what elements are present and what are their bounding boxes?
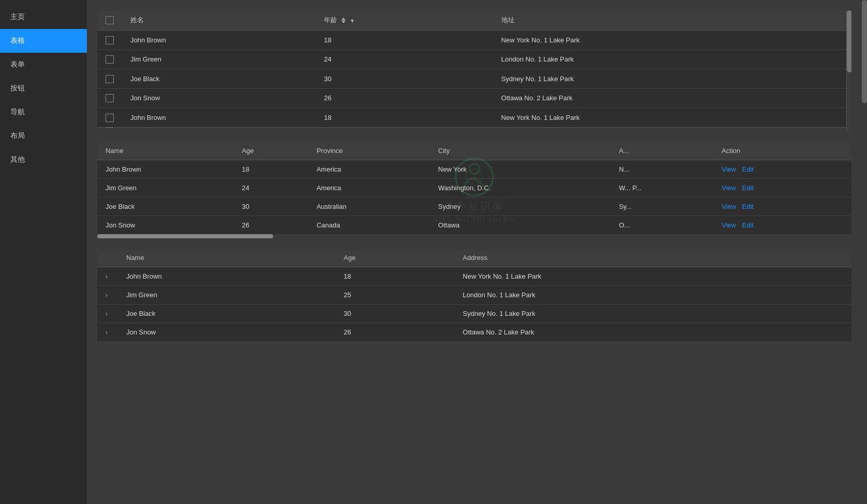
expand-icon[interactable]: › <box>106 310 108 317</box>
table1-cell-address: London No. 1 Lake Park <box>493 50 846 69</box>
table1-cell-address: Ottawa No. 2 Lake Park <box>493 88 846 108</box>
sidebar-item-button[interactable]: 按钮 <box>0 77 87 100</box>
table2-cell-address: Sy... <box>610 197 713 216</box>
table2-cell-city: Washington, D.C. <box>430 178 610 197</box>
table1-cell-address: Sydney No. 1 Lake Park <box>493 69 846 89</box>
table1-cell-age: 30 <box>316 69 493 89</box>
table3-cell-name: John Brown <box>118 267 335 285</box>
expand-icon[interactable]: › <box>106 329 108 336</box>
table2-hscroll-track[interactable] <box>97 234 851 238</box>
table1-content: 姓名 年龄 ▼ 地址 <box>97 10 846 131</box>
table3-cell-address: London No. 1 Lake Park <box>455 285 851 304</box>
table2-header-address: A... <box>610 142 713 160</box>
sidebar-item-table[interactable]: 表格 <box>0 29 87 53</box>
sort-up-icon <box>341 18 346 20</box>
table1-cell-age: 18 <box>316 108 493 127</box>
main-scrollbar-thumb[interactable] <box>862 0 867 103</box>
table1-outer: 姓名 年龄 ▼ 地址 <box>97 10 851 131</box>
table2-header-province: Province <box>308 142 430 160</box>
table1-scrollbar[interactable] <box>846 10 851 131</box>
select-all-checkbox[interactable] <box>106 16 114 24</box>
table1-scrollbar-thumb[interactable] <box>847 10 851 72</box>
age-filter-icon[interactable]: ▼ <box>349 18 355 24</box>
table2-header-action: Action <box>713 142 851 160</box>
table2-cell-action: View Edit <box>713 178 851 197</box>
row-checkbox[interactable] <box>106 114 114 122</box>
table-row: Jim Green 24 America Washington, D.C. W.… <box>97 178 851 197</box>
view-link[interactable]: View <box>722 221 736 229</box>
table2-cell-city: Ottawa <box>430 216 610 234</box>
table2-cell-province: Australian <box>308 197 430 216</box>
table2-cell-action: View Edit <box>713 216 851 234</box>
table3-cell-age: 18 <box>335 267 454 285</box>
table2-cell-name: John Brown <box>97 160 234 178</box>
sidebar-item-nav[interactable]: 导航 <box>0 100 87 124</box>
table2-cell-province: America <box>308 160 430 178</box>
table2-cell-name: Joe Black <box>97 197 234 216</box>
table3-cell-age: 30 <box>335 304 454 323</box>
table2-cell-address: N... <box>610 160 713 178</box>
table2-scroll[interactable]: Name Age Province City A... Action John … <box>97 142 851 234</box>
sidebar-item-form[interactable]: 表单 <box>0 53 87 77</box>
row-checkbox[interactable] <box>106 36 114 44</box>
table2-cell-action: View Edit <box>713 160 851 178</box>
table2-cell-province: America <box>308 178 430 197</box>
table1-header-checkbox <box>97 10 122 30</box>
table1-container: 姓名 年龄 ▼ 地址 <box>97 10 851 131</box>
edit-link[interactable]: Edit <box>742 221 754 229</box>
sidebar-item-layout[interactable]: 布局 <box>0 124 87 148</box>
view-link[interactable]: View <box>722 184 736 192</box>
table2-hscroll-thumb[interactable] <box>97 234 273 238</box>
table1: 姓名 年龄 ▼ 地址 <box>97 10 846 127</box>
table2-header-age: Age <box>234 142 308 160</box>
table-row: › Jon Snow 26 Ottawa No. 2 Lake Park <box>97 323 851 341</box>
age-sort-icon[interactable] <box>341 18 346 23</box>
table2-cell-city: Sydney <box>430 197 610 216</box>
sidebar: 主页 表格 表单 按钮 导航 布局 其他 <box>0 0 87 504</box>
table-row: Jon Snow 26 Ottawa No. 2 Lake Park <box>97 88 846 108</box>
table2-cell-province: Canada <box>308 216 430 234</box>
table3-cell-age: 25 <box>335 285 454 304</box>
table-row: Joe Black 30 Sydney No. 1 Lake Park <box>97 69 846 89</box>
table-row: Jim Green 24 London No. 1 Lake Park <box>97 50 846 69</box>
edit-link[interactable]: Edit <box>742 165 754 173</box>
table3-cell-address: New York No. 1 Lake Park <box>455 267 851 285</box>
table2-header-name: Name <box>97 142 234 160</box>
table3-cell-age: 26 <box>335 323 454 341</box>
table2-cell-city: New York <box>430 160 610 178</box>
minus-icon: — <box>106 123 113 130</box>
table-row: John Brown 18 America New York N... View… <box>97 160 851 178</box>
sidebar-item-other[interactable]: 其他 <box>0 148 87 172</box>
table3-cell-name: Joe Black <box>118 304 335 323</box>
table3-cell-name: Jim Green <box>118 285 335 304</box>
view-link[interactable]: View <box>722 165 736 173</box>
row-checkbox[interactable] <box>106 94 114 102</box>
table1-header-address: 地址 <box>493 10 846 30</box>
expand-icon[interactable]: › <box>106 292 108 299</box>
table3-cell-name: Jon Snow <box>118 323 335 341</box>
table-row: › Joe Black 30 Sydney No. 1 Lake Park <box>97 304 851 323</box>
table1-cell-age: 26 <box>316 88 493 108</box>
expand-icon[interactable]: › <box>106 273 108 280</box>
edit-link[interactable]: Edit <box>742 184 754 192</box>
sidebar-item-home[interactable]: 主页 <box>0 5 87 29</box>
table2-wrapper: 小牛知识库 XIAO NIU ZHI SHI KU Name Age Provi… <box>97 142 851 238</box>
main-scrollbar[interactable] <box>862 0 867 504</box>
table2-cell-age: 30 <box>234 197 308 216</box>
table-row: › John Brown 18 New York No. 1 Lake Park <box>97 267 851 285</box>
table1-cell-name: Joe Black <box>122 69 316 89</box>
table2-cell-address: W... P... <box>610 178 713 197</box>
table1-header-name: 姓名 <box>122 10 316 30</box>
table2-header-city: City <box>430 142 610 160</box>
view-link[interactable]: View <box>722 203 736 210</box>
table2-cell-name: Jim Green <box>97 178 234 197</box>
main-content: 姓名 年龄 ▼ 地址 <box>87 0 862 504</box>
table1-header-age: 年龄 ▼ <box>316 10 493 30</box>
edit-link[interactable]: Edit <box>742 203 754 210</box>
row-checkbox[interactable] <box>106 75 114 83</box>
row-checkbox[interactable] <box>106 55 114 64</box>
table-row: John Brown 18 New York No. 1 Lake Park <box>97 108 846 127</box>
table2-cell-address: O... <box>610 216 713 234</box>
table1-cell-age: 18 <box>316 30 493 50</box>
table3: Name Age Address › John Brown 18 New Yor… <box>97 249 851 341</box>
